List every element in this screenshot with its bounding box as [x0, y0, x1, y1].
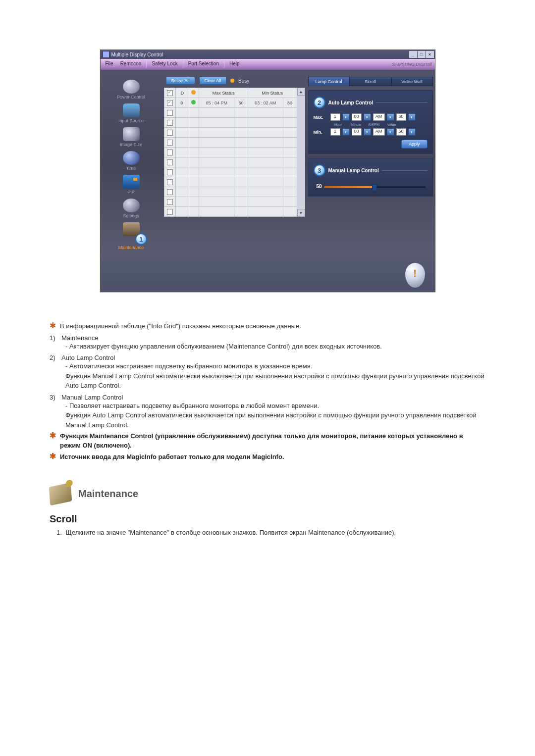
menu-safety-lock[interactable]: Safety Lock	[152, 61, 177, 68]
col-min: Min Status	[248, 88, 297, 98]
chevron-down-icon[interactable]: ▾	[387, 113, 394, 121]
table-row	[164, 108, 297, 118]
app-icon	[103, 51, 109, 58]
header-checkbox[interactable]	[167, 90, 173, 96]
tab-video-wall[interactable]: Video Wall	[391, 77, 433, 86]
item1-title: Maintenance	[61, 334, 98, 342]
min-value-input[interactable]: 50	[396, 128, 406, 136]
busy-label: Busy	[238, 78, 249, 84]
info-grid: ID Max Status Min Status 0 05 : 04 PM 6	[164, 88, 297, 217]
max-label: Max.	[314, 115, 328, 120]
menu-file[interactable]: File	[106, 61, 113, 68]
sidebar-item-pip[interactable]: PIP	[102, 174, 161, 198]
max-minute-input[interactable]: 00	[352, 113, 362, 121]
menubar: File Remocon Safety Lock Port Selection …	[101, 59, 435, 70]
table-row	[164, 148, 297, 157]
col-max: Max Status	[199, 88, 248, 98]
maintenance-section-icon	[49, 482, 72, 505]
apply-button[interactable]: Apply	[401, 140, 428, 149]
tab-scroll[interactable]: Scroll	[350, 77, 391, 86]
callout-2: 2	[314, 97, 325, 108]
note1: Функция Maintenance Control (управление …	[60, 432, 485, 451]
chevron-down-icon[interactable]: ▾	[408, 128, 416, 136]
busy-indicator-icon	[230, 79, 234, 83]
sidebar-item-maintenance[interactable]: 1 Maintenance	[102, 221, 161, 253]
asterisk-icon: ✱	[50, 453, 56, 462]
app-title: Multiple Display Control	[111, 52, 163, 57]
min-minute-input[interactable]: 00	[352, 128, 362, 136]
callout-3: 3	[314, 164, 325, 176]
tab-lamp-control[interactable]: Lamp Control	[308, 77, 350, 86]
chevron-down-icon[interactable]: ▾	[342, 113, 350, 121]
table-row	[164, 118, 297, 128]
item2-title: Auto Lamp Control	[61, 354, 115, 361]
asterisk-icon: ✱	[50, 322, 56, 331]
power-icon	[123, 80, 140, 94]
item3-title: Manual Lamp Control	[61, 394, 123, 401]
image-size-icon	[123, 127, 140, 141]
scroll-down-button[interactable]: ▼	[297, 209, 305, 217]
chevron-down-icon[interactable]: ▾	[408, 113, 416, 121]
min-hour-input[interactable]: 1	[330, 128, 340, 136]
maintenance-heading: Maintenance	[78, 488, 138, 500]
sidebar-item-power[interactable]: Power Control	[102, 79, 161, 102]
table-row	[164, 138, 297, 148]
status-icon	[191, 100, 196, 104]
sidebar: Power Control Input Source Image Size Ti…	[101, 70, 162, 258]
sidebar-item-input[interactable]: Input Source	[102, 102, 161, 126]
table-row	[164, 197, 297, 207]
chevron-down-icon[interactable]: ▾	[387, 128, 394, 136]
scroll-heading: Scroll	[50, 513, 485, 525]
input-source-icon	[123, 103, 140, 117]
menu-port-selection[interactable]: Port Selection	[188, 61, 219, 68]
chevron-down-icon[interactable]: ▾	[364, 113, 371, 121]
table-row	[164, 167, 297, 177]
status-header-icon	[191, 90, 196, 95]
app-window: Multiple Display Control _ □ × File Remo…	[100, 50, 435, 292]
scroll-step-1: Щелкните на значке "Maintenance" в столб…	[66, 529, 396, 536]
note2: Источник ввода для MagicInfo работает то…	[60, 453, 284, 462]
sidebar-item-time[interactable]: Time	[102, 150, 161, 174]
manual-lamp-panel: 3 Manual Lamp Control 50	[308, 158, 433, 197]
item1-desc: - Активизирует функцию управления обслуж…	[65, 342, 485, 352]
table-row[interactable]: 0 05 : 04 PM 60 03 : 02 AM 80	[164, 98, 297, 108]
auto-lamp-panel: 2 Auto Lamp Control Max. 1▾ 00▾ AM▾ 50▾	[308, 90, 433, 154]
info-grid-note: В информационной таблице ("Info Grid") п…	[60, 322, 301, 331]
asterisk-icon: ✱	[50, 432, 56, 451]
brand-label: SAMSUNG DIGITall	[392, 62, 431, 67]
max-value-input[interactable]: 50	[396, 113, 406, 121]
item3-desc1: - Позволяет настраивать подсветку выбран…	[65, 401, 485, 411]
titlebar: Multiple Display Control _ □ ×	[101, 50, 435, 59]
item3-desc2: Функция Auto Lamp Control автоматически …	[65, 410, 485, 430]
max-hour-input[interactable]: 1	[330, 113, 340, 121]
table-row	[164, 207, 297, 217]
select-all-button[interactable]: Select All	[166, 77, 195, 85]
row-checkbox[interactable]	[167, 100, 173, 106]
scroll-up-button[interactable]: ▲	[297, 88, 305, 96]
chevron-down-icon[interactable]: ▾	[364, 128, 371, 136]
item2-desc2: Функция Manual Lamp Control автоматическ…	[65, 371, 485, 391]
info-balloon-icon	[405, 263, 425, 288]
auto-lamp-title: Auto Lamp Control	[328, 100, 374, 105]
min-ampm-input[interactable]: AM	[373, 128, 385, 136]
maximize-button[interactable]: □	[418, 51, 426, 58]
close-button[interactable]: ×	[426, 51, 434, 58]
item2-desc1: - Автоматически настраивает подсветку вы…	[65, 361, 485, 371]
chevron-down-icon[interactable]: ▾	[342, 128, 350, 136]
clear-all-button[interactable]: Clear All	[199, 77, 227, 85]
max-ampm-input[interactable]: AM	[373, 113, 385, 121]
table-row	[164, 128, 297, 138]
menu-help[interactable]: Help	[229, 61, 240, 68]
time-icon	[123, 151, 140, 165]
min-label: Min.	[314, 130, 328, 135]
sidebar-item-image-size[interactable]: Image Size	[102, 126, 161, 150]
settings-icon	[123, 199, 140, 212]
table-row	[164, 177, 297, 187]
menu-remocon[interactable]: Remocon	[120, 61, 142, 68]
lamp-slider[interactable]	[324, 186, 426, 188]
table-row	[164, 157, 297, 167]
slider-value: 50	[317, 184, 322, 189]
table-row	[164, 187, 297, 197]
minimize-button[interactable]: _	[409, 51, 417, 58]
sidebar-item-settings[interactable]: Settings	[102, 198, 161, 221]
